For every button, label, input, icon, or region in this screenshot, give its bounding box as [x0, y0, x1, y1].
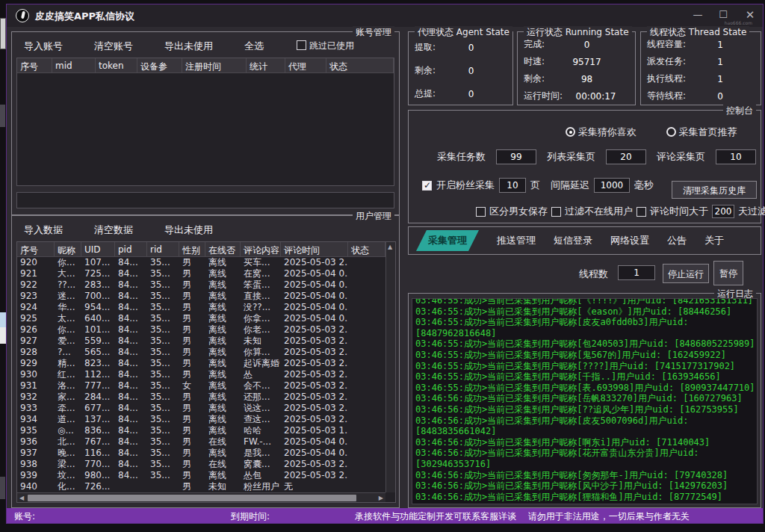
select-all-button[interactable]: 全选	[244, 40, 264, 53]
state-row: 执行线程:1	[641, 72, 761, 85]
column-header[interactable]: 状态	[348, 242, 385, 256]
comment-time-filter-input[interactable]	[712, 205, 734, 218]
tab-4[interactable]: 网络设置	[610, 234, 649, 247]
table-cell: ??...	[55, 279, 81, 291]
table-cell: 查这...	[241, 414, 281, 425]
table-row[interactable]: 935◎...836...84...35...男离线哈哈2025-05-03 1…	[17, 425, 385, 436]
fans-collect-row: 开启粉丝采集 页 间隔延迟 毫秒	[422, 178, 654, 193]
export-unused-accounts-button[interactable]: 导出未使用	[164, 40, 213, 53]
table-row[interactable]: 939坟...980...84...35...男离线怂包2025-05-03 2…	[17, 470, 385, 481]
table-row[interactable]: 940化...726...男未知粉丝用户无	[17, 481, 385, 492]
skip-used-checkbox[interactable]: 跳过已使用	[297, 40, 354, 52]
tab-2[interactable]: 推送管理	[497, 234, 536, 247]
table-cell: 84...	[115, 335, 147, 347]
skip-used-checkbox-box[interactable]	[297, 40, 306, 50]
table-row[interactable]: 925太...640...84...35...男离线你拿...2025-05-0…	[17, 313, 385, 324]
table-row[interactable]: 928?...565...84...35...男离线你算...2025-05-0…	[17, 347, 385, 358]
table-cell: 836...	[81, 425, 115, 436]
thread-count-input[interactable]	[618, 265, 655, 280]
column-header[interactable]: 代理	[285, 58, 326, 72]
table-row[interactable]: 923迷...700...84...35...男离线直接...2025-05-0…	[17, 291, 385, 302]
split-gender-save-checkbox[interactable]	[476, 207, 486, 217]
comment-time-filter-checkbox[interactable]	[637, 207, 646, 217]
table-cell	[348, 302, 385, 313]
log-line: 03:46:55:成功>当前已采集到用户昵称[皮友a0fdd0b3]用户uid:	[415, 317, 754, 328]
vertical-scrollbar[interactable]: ▲	[385, 242, 395, 492]
table-row[interactable]: 937晚...116...84...35...男离线是我...2025-05-0…	[17, 448, 385, 459]
column-header[interactable]: 性别	[179, 242, 205, 256]
table-row[interactable]: 922??...283...84...35...男离线笨蛋...2025-05-…	[17, 279, 385, 291]
table-cell	[348, 425, 385, 436]
table-row[interactable]: 921大...725...84...35...男离线在窝...2025-05-0…	[17, 268, 385, 279]
column-header[interactable]: 注册时间	[182, 58, 247, 72]
state-label: 剩余:	[415, 64, 436, 77]
column-header[interactable]: 统计	[247, 58, 285, 72]
log-line: 03:46:56:成功>当前已采集到用户昵称[风中沙子]用户uid: [1429…	[415, 480, 754, 492]
table-row[interactable]: 933牵...677...84...35...男离线说这...2025-05-0…	[17, 403, 385, 414]
tab-3[interactable]: 短信登录	[554, 234, 592, 247]
scroll-left-icon[interactable]: ◀	[19, 495, 24, 501]
clear-history-button[interactable]: 清理采集历史库	[672, 181, 757, 199]
table-row[interactable]: 931洛...777...84...35...女离线会不...2025-05-0…	[17, 380, 385, 392]
comment-collect-pages-input[interactable]	[716, 149, 756, 164]
table-row[interactable]: 936北...767...84...35...男在线FW.-...2025-05…	[17, 436, 385, 448]
title-bar[interactable]: 皮皮搞笑APP私信协议 — ☐ ✕ hao666.com	[7, 4, 763, 27]
column-header[interactable]: pid	[115, 242, 147, 256]
table-row[interactable]: 932家...284...84...35...男离线还那...2025-05-0…	[17, 392, 385, 403]
table-row[interactable]: 920你...107...84...35...男离线买车...2025-05-0…	[17, 257, 385, 268]
table-row[interactable]: 934道...137...84...35...男离线查这...2025-05-0…	[17, 414, 385, 425]
radio-collect-home[interactable]: 采集首页推荐	[666, 127, 737, 137]
table-cell: 2025-05-03 2...	[281, 414, 348, 425]
table-row[interactable]: 926你...101...84...35...男离线你老...2025-05-0…	[17, 324, 385, 335]
list-collect-pages-input[interactable]	[606, 149, 646, 164]
horizontal-scroll-thumb[interactable]	[28, 495, 356, 501]
table-row[interactable]: 927爱...559...84...35...男离线未知2025-05-03 2…	[17, 335, 385, 347]
user-table[interactable]: 序号昵称UIDpidrid性别在线否评论内容评论时间状态 920你...107.…	[16, 241, 396, 503]
filter-offline-users-checkbox[interactable]	[551, 207, 561, 217]
minimize-button[interactable]: —	[687, 7, 709, 22]
column-header[interactable]: 序号	[17, 242, 55, 256]
table-cell: 离线	[205, 313, 241, 324]
radio-selected-icon[interactable]	[566, 127, 575, 137]
delay-input[interactable]	[594, 178, 630, 193]
table-cell: 934	[17, 414, 55, 425]
clear-accounts-button[interactable]: 清空账号	[94, 40, 133, 53]
column-header[interactable]: 设备参	[137, 58, 182, 72]
tab-5[interactable]: 公告	[667, 234, 687, 247]
table-row[interactable]: 924华...954...84...35...男离线没??...2025-05-…	[17, 302, 385, 313]
table-row[interactable]: 930红...112...84...35...男离线怂2025-05-03 2.…	[17, 369, 385, 380]
account-status-strip[interactable]	[16, 192, 394, 208]
export-unused-data-button[interactable]: 导出未使用	[164, 223, 213, 237]
fans-collect-checkbox[interactable]	[422, 181, 432, 191]
pause-button[interactable]: 暂停	[713, 261, 743, 285]
account-table[interactable]: 序号midtoken设备参注册时间统计代理状态	[16, 58, 394, 186]
scroll-up-icon[interactable]: ▲	[388, 244, 392, 250]
table-row[interactable]: 929精...823...84...35...男离线起诉离婚2025-05-03…	[17, 358, 385, 369]
column-header[interactable]: rid	[147, 242, 179, 256]
column-header[interactable]: UID	[81, 242, 115, 256]
import-data-button[interactable]: 导入数据	[24, 223, 63, 237]
column-header[interactable]: 在线否	[205, 242, 241, 256]
import-accounts-button[interactable]: 导入账号	[24, 40, 63, 53]
column-header[interactable]: mid	[52, 58, 96, 72]
scroll-right-icon[interactable]: ▶	[379, 495, 383, 501]
fans-pages-input[interactable]	[499, 178, 526, 193]
column-header[interactable]: 昵称	[55, 242, 81, 256]
log-area[interactable]: 03:46:55:成功>当前已采集到用户昵称[《!!!!》]用户uid: [84…	[412, 298, 758, 504]
tab-6[interactable]: 关于	[704, 234, 724, 247]
column-header[interactable]: 评论时间	[281, 242, 348, 256]
radio-unselected-icon[interactable]	[666, 127, 676, 137]
collect-task-count-input[interactable]	[496, 149, 536, 164]
horizontal-scrollbar[interactable]: ◀ ▶	[17, 492, 385, 502]
table-cell: 2025-05-04 0...	[281, 268, 348, 279]
column-header[interactable]: token	[96, 58, 137, 72]
column-header[interactable]: 评论内容	[241, 242, 281, 256]
table-row[interactable]: 938梁...770...84...35...男在线窝囊...2025-05-0…	[17, 459, 385, 470]
clear-data-button[interactable]: 清空数据	[94, 223, 133, 237]
column-header[interactable]: 状态	[326, 58, 394, 72]
stop-run-button[interactable]: 停止运行	[663, 264, 709, 283]
column-header[interactable]: 序号	[17, 58, 52, 72]
radio-collect-guess[interactable]: 采集猜你喜欢	[566, 127, 639, 137]
tab-1[interactable]: 采集管理	[416, 230, 479, 251]
table-cell: 男	[179, 448, 205, 459]
